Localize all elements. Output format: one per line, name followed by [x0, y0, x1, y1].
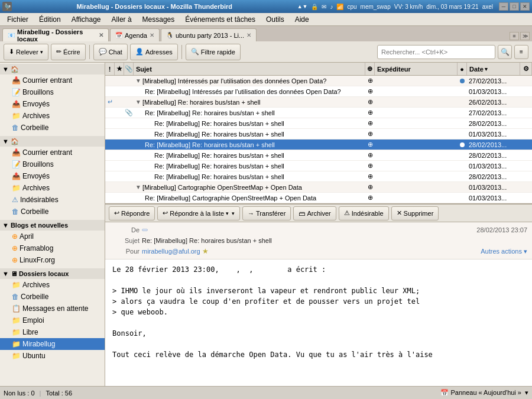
- archiver-button[interactable]: 🗃 Archiver: [293, 206, 336, 220]
- sidebar-item-messages-en-attente[interactable]: 📋 Messages en attente: [0, 303, 105, 314]
- row-6-addr: ⊕: [365, 129, 375, 139]
- sidebar-item-brouillons-1[interactable]: 📝 Brouillons: [0, 86, 105, 98]
- email-row[interactable]: ↵ ▼ [Mirabellug] Re: horaires bus/stan +…: [105, 97, 532, 108]
- col-header-flag[interactable]: !: [105, 63, 115, 75]
- row-11-star: [115, 182, 124, 192]
- toolbar-menu-button[interactable]: ≡: [514, 45, 528, 59]
- col-header-extra[interactable]: ⚙: [520, 63, 532, 75]
- col-header-expediteur[interactable]: Expéditeur: [375, 63, 458, 75]
- sidebar-item-indesirables[interactable]: ⚠ Indésirables: [0, 194, 105, 206]
- sidebar-item-archives-local[interactable]: 📁 Archives: [0, 279, 105, 291]
- email-row[interactable]: Re: [Mirabellug] Re: horaires bus/stan +…: [105, 150, 532, 161]
- col-header-unread[interactable]: ●: [458, 63, 467, 75]
- filtre-label: Filtre rapide: [201, 48, 235, 56]
- search-input[interactable]: [377, 45, 495, 59]
- email-row[interactable]: 📎 Re: [Mirabellug] Re: horaires bus/stan…: [105, 108, 532, 118]
- supprimer-button[interactable]: ✕ Supprimer: [391, 206, 439, 220]
- minimize-button[interactable]: ─: [499, 2, 508, 11]
- repondre-button[interactable]: ↩ Répondre: [109, 206, 155, 220]
- archiver-label: Archiver: [307, 210, 330, 217]
- sidebar-item-mirabellug[interactable]: 📁 Mirabellug: [0, 338, 105, 350]
- sidebar-item-envoyes-1[interactable]: 📤 Envoyés: [0, 98, 105, 110]
- menu-fichier[interactable]: Fichier: [2, 14, 33, 25]
- email-row[interactable]: Re: [Mirabellug] Cartographie OpenStreet…: [105, 193, 532, 203]
- col-header-addr[interactable]: ⊕: [365, 63, 375, 75]
- close-button[interactable]: ✕: [520, 2, 530, 11]
- relever-button[interactable]: ⬇ Relever ▾: [4, 44, 48, 60]
- tabbar: 📧 Mirabellug - Dossiers locaux ✕ 📅 Agend…: [0, 26, 532, 41]
- search-button[interactable]: 🔍: [498, 45, 512, 59]
- col-header-star[interactable]: ★: [115, 63, 124, 75]
- transferer-button[interactable]: → Transférer: [242, 206, 291, 220]
- menu-affichage[interactable]: Affichage: [67, 14, 106, 25]
- statusbar-total: Total : 56: [46, 390, 72, 397]
- menu-edition[interactable]: Édition: [34, 14, 66, 25]
- chat-button[interactable]: 💬 Chat: [93, 44, 128, 60]
- other-actions-button[interactable]: Autres actions ▾: [481, 248, 527, 255]
- row-3-thread-expand[interactable]: ▼: [135, 99, 141, 105]
- sidebar-item-archives-2[interactable]: 📁 Archives: [0, 182, 105, 194]
- email-row[interactable]: Re: [Mirabellug] Intéressés par l'utilis…: [105, 86, 532, 97]
- sidebar-group-1-header[interactable]: ▼ 🏠: [0, 64, 105, 74]
- repondre-liste-button[interactable]: ↩ Répondre à la liste ▾: [157, 206, 240, 220]
- email-body-line-5: Bonsoir,: [112, 328, 525, 339]
- tab-close-1[interactable]: ✕: [99, 32, 103, 38]
- col-header-subject[interactable]: Sujet: [134, 63, 365, 75]
- sidebar-group-dossiers-header[interactable]: ▼ 🖥 Dossiers locaux: [0, 268, 105, 279]
- sidebar-item-corbeille-local[interactable]: 🗑 Corbeille: [0, 291, 105, 303]
- row-6-star: [115, 129, 124, 139]
- row-1-attach: [124, 76, 134, 86]
- adresses-button[interactable]: 👤 Adresses: [130, 44, 178, 60]
- menu-aide[interactable]: Aide: [290, 14, 314, 25]
- col-header-date[interactable]: Date ▾: [467, 63, 520, 75]
- row-5-expediteur: [375, 118, 458, 128]
- sidebar-item-ubuntu[interactable]: 📁 Ubuntu: [0, 350, 105, 362]
- email-row[interactable]: ▼ [Mirabellug] Cartographie OpenStreetMa…: [105, 182, 532, 193]
- sidebar-item-courrier-entrant-2[interactable]: 📥 Courrier entrant: [0, 147, 105, 158]
- row-3-addr: ⊕: [365, 97, 375, 107]
- email-row[interactable]: Re: [Mirabellug] Re: horaires bus/stan +…: [105, 171, 532, 182]
- email-row[interactable]: ▼ [Mirabellug] Intéressés par l'utilisat…: [105, 76, 532, 86]
- titlebar: 🦤 Mirabellug - Dossiers locaux - Mozilla…: [0, 0, 532, 13]
- maximize-button[interactable]: □: [510, 2, 519, 11]
- filtre-rapide-button[interactable]: 🔍 Filtre rapide: [186, 44, 241, 60]
- tab-overflow-button[interactable]: ≫: [520, 32, 530, 40]
- sidebar-item-courrier-entrant-1[interactable]: 📥 Courrier entrant: [0, 74, 105, 86]
- tab-mirabellug[interactable]: 📧 Mirabellug - Dossiers locaux ✕: [2, 28, 109, 41]
- col-header-attach[interactable]: 📎: [124, 63, 134, 75]
- email-row-selected[interactable]: Re: [Mirabellug] Re: horaires bus/stan +…: [105, 140, 532, 150]
- tab-agenda[interactable]: 📅 Agenda ✕: [110, 28, 160, 41]
- sidebar-item-archives-1[interactable]: 📁 Archives: [0, 110, 105, 122]
- sidebar-item-corbeille-2[interactable]: 🗑 Corbeille: [0, 206, 105, 218]
- sidebar-item-april[interactable]: ⊕ April: [0, 231, 105, 242]
- menu-evenements[interactable]: Événements et tâches: [180, 14, 260, 25]
- menu-messages[interactable]: Messages: [138, 14, 180, 25]
- email-row[interactable]: Re: [Mirabellug] Re: horaires bus/stan +…: [105, 161, 532, 171]
- sidebar-group-blogs-header[interactable]: ▼ Blogs et nouvelles: [0, 220, 105, 231]
- sidebar-item-framablog[interactable]: ⊕ Framablog: [0, 242, 105, 254]
- email-row[interactable]: Re: [Mirabellug] Re: horaires bus/stan +…: [105, 118, 532, 129]
- menu-aller-a[interactable]: Aller à: [107, 14, 137, 25]
- row-8-attach: [124, 150, 134, 160]
- tab-ubuntu[interactable]: 🐧 ubuntu party 2013 - Li... ✕: [161, 28, 257, 41]
- tab-close-3[interactable]: ✕: [246, 32, 251, 38]
- sidebar-item-corbeille-1[interactable]: 🗑 Corbeille: [0, 122, 105, 134]
- sidebar-item-linuxfr[interactable]: ⊕ LinuxFr.org: [0, 254, 105, 266]
- sidebar-item-libre[interactable]: 📁 Libre: [0, 326, 105, 338]
- sidebar-item-brouillons-2[interactable]: 📝 Brouillons: [0, 158, 105, 170]
- statusbar-arrow[interactable]: ▾: [525, 389, 528, 397]
- row-11-thread-expand[interactable]: ▼: [135, 184, 141, 190]
- sidebar-group-2-header[interactable]: ▼ 🏠: [0, 136, 105, 147]
- indesirable-button[interactable]: ⚠ Indésirable: [339, 206, 389, 220]
- menu-outils[interactable]: Outils: [261, 14, 289, 25]
- email-row[interactable]: Re: [Mirabellug] Re: horaires bus/stan +…: [105, 129, 532, 140]
- tab-close-2[interactable]: ✕: [150, 32, 154, 38]
- tab-list-button[interactable]: ≡: [510, 32, 519, 40]
- sidebar-item-emploi[interactable]: 📁 Emploi: [0, 314, 105, 326]
- ecrire-button[interactable]: ✏ Écrire: [51, 44, 86, 60]
- blogs-expand: ▼: [2, 222, 9, 229]
- row-1-thread-expand[interactable]: ▼: [135, 77, 141, 84]
- sidebar-item-envoyes-2[interactable]: 📤 Envoyés: [0, 170, 105, 182]
- date-sort-arrow: ▾: [485, 66, 488, 72]
- envoyes-2-icon: 📤: [12, 172, 21, 180]
